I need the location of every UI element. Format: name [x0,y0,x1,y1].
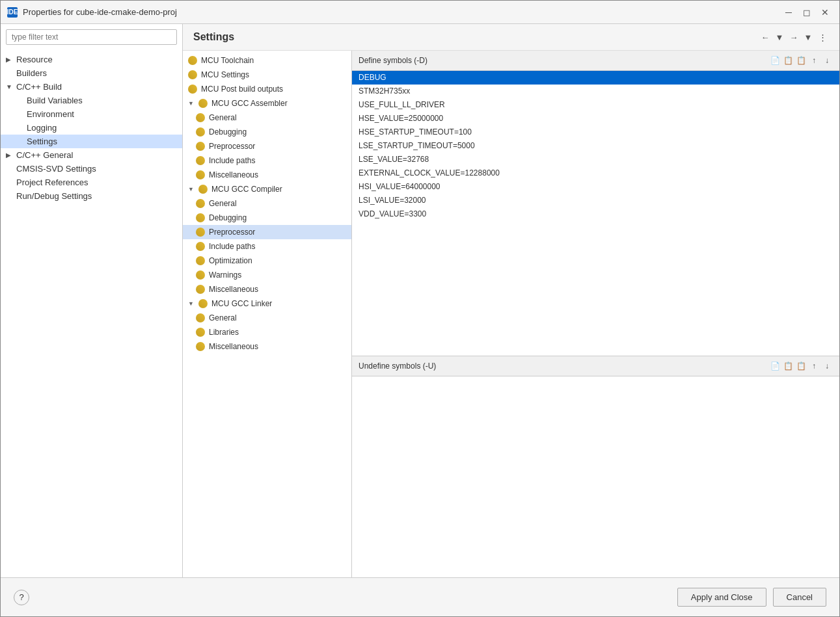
move-down-symbol-button[interactable]: ↓ [821,55,833,66]
nav-item-linker-libraries[interactable]: Libraries [183,325,351,339]
expand-arrow-resource: ▶ [6,56,14,63]
symbol-label: HSE_VALUE=25000000 [359,114,443,123]
sidebar-item-resource[interactable]: ▶ Resource [1,53,182,66]
nav-item-label: Miscellaneous [209,342,258,351]
symbol-item-lsi-value[interactable]: LSI_VALUE=32000 [352,194,839,207]
sidebar-item-logging[interactable]: ▶ Logging [1,121,182,135]
sidebar-item-run-debug[interactable]: ▶ Run/Debug Settings [1,189,182,203]
copy-undefine-button[interactable]: 📋 [795,360,807,372]
add-symbol-from-workspace-button[interactable]: 📋 [782,55,794,66]
symbol-item-use-full-ll-driver[interactable]: USE_FULL_LL_DRIVER [352,98,839,112]
nav-item-compiler-debugging[interactable]: Debugging [183,211,351,225]
nav-item-label: General [209,113,237,122]
back-dropdown-button[interactable]: ▼ [773,31,786,44]
header-toolbar: ← ▼ → ▼ ⋮ [759,31,829,44]
sidebar-item-cmsis-svd[interactable]: ▶ CMSIS-SVD Settings [1,162,182,176]
undefine-symbols-header: Undefine symbols (-U) 📄 📋 📋 ↑ ↓ [352,356,839,376]
add-undefine-button[interactable]: 📄 [769,360,781,372]
symbol-item-lse-startup[interactable]: LSE_STARTUP_TIMEOUT=5000 [352,139,839,153]
nav-item-assembler-debugging[interactable]: Debugging [183,125,351,139]
help-button[interactable]: ? [14,590,29,605]
sidebar-item-cpp-build[interactable]: ▼ C/C++ Build [1,80,182,94]
undefine-symbols-section: Undefine symbols (-U) 📄 📋 📋 ↑ ↓ [352,356,839,577]
nav-item-label: MCU GCC Linker [211,299,272,308]
sidebar-item-cpp-general[interactable]: ▶ C/C++ General [1,148,182,162]
sidebar-item-project-references[interactable]: ▶ Project References [1,176,182,189]
maximize-button[interactable]: ◻ [799,6,815,19]
nav-item-mcu-toolchain[interactable]: MCU Toolchain [183,53,351,68]
gear-icon [198,185,208,194]
nav-item-mcu-post-build[interactable]: MCU Post build outputs [183,82,351,96]
move-down-undefine-button[interactable]: ↓ [821,360,833,372]
forward-button[interactable]: → [787,31,800,44]
nav-item-assembler-preprocessor[interactable]: Preprocessor [183,139,351,153]
symbol-item-external-clock[interactable]: EXTERNAL_CLOCK_VALUE=12288000 [352,166,839,180]
nav-item-compiler-general[interactable]: General [183,196,351,211]
close-button[interactable]: ✕ [817,6,833,19]
sidebar-item-settings[interactable]: ▶ Settings [1,135,182,148]
sidebar-item-label: Builders [16,68,47,78]
apply-close-button[interactable]: Apply and Close [677,588,766,607]
sidebar-item-build-variables[interactable]: ▶ Build Variables [1,94,182,107]
symbol-label: LSI_VALUE=32000 [359,196,426,205]
gear-icon [196,256,205,265]
nav-item-linker-miscellaneous[interactable]: Miscellaneous [183,339,351,354]
sidebar-item-builders[interactable]: ▶ Builders [1,66,182,80]
nav-item-mcu-gcc-compiler[interactable]: ▼ MCU GCC Compiler [183,182,351,196]
nav-item-compiler-optimization[interactable]: Optimization [183,254,351,268]
symbol-label: LSE_STARTUP_TIMEOUT=5000 [359,141,475,150]
symbol-item-debug[interactable]: DEBUG [352,71,839,85]
move-up-symbol-button[interactable]: ↑ [808,55,820,66]
nav-item-mcu-gcc-assembler[interactable]: ▼ MCU GCC Assembler [183,96,351,111]
minimize-button[interactable]: ─ [781,6,796,19]
nav-item-compiler-include-paths[interactable]: Include paths [183,239,351,254]
nav-item-assembler-miscellaneous[interactable]: Miscellaneous [183,168,351,182]
nav-item-assembler-general[interactable]: General [183,111,351,125]
gear-icon [196,113,205,122]
symbol-item-lse-value[interactable]: LSE_VALUE=32768 [352,153,839,166]
gear-icon [198,99,208,108]
left-tree: ▶ Resource ▶ Builders ▼ C/C++ Build ▶ Bu… [1,50,182,577]
nav-item-compiler-warnings[interactable]: Warnings [183,268,351,282]
symbol-item-stm32h735xx[interactable]: STM32H735xx [352,85,839,98]
menu-button[interactable]: ⋮ [816,31,829,44]
nav-item-assembler-include-paths[interactable]: Include paths [183,153,351,168]
gear-icon [188,56,197,65]
expand-arrow-linker: ▼ [188,300,195,307]
nav-item-label: MCU GCC Assembler [211,99,288,108]
nav-item-compiler-miscellaneous[interactable]: Miscellaneous [183,282,351,296]
nav-panel: MCU Toolchain MCU Settings MCU Post buil… [183,51,352,577]
copy-symbol-button[interactable]: 📋 [795,55,807,66]
symbol-label: USE_FULL_LL_DRIVER [359,100,445,109]
gear-icon [196,285,205,294]
add-undefine-workspace-button[interactable]: 📋 [782,360,794,372]
symbol-item-hsi-value[interactable]: HSI_VALUE=64000000 [352,180,839,194]
symbol-label: HSE_STARTUP_TIMEOUT=100 [359,127,472,137]
symbol-label: LSE_VALUE=32768 [359,155,429,164]
nav-item-mcu-settings[interactable]: MCU Settings [183,68,351,82]
nav-item-compiler-preprocessor[interactable]: Preprocessor [183,225,351,239]
add-symbol-button[interactable]: 📄 [769,55,781,66]
back-button[interactable]: ← [759,31,772,44]
nav-item-linker-general[interactable]: General [183,311,351,325]
move-up-undefine-button[interactable]: ↑ [808,360,820,372]
main-content: ▶ Resource ▶ Builders ▼ C/C++ Build ▶ Bu… [1,24,839,577]
nav-item-label: MCU Post build outputs [201,85,283,94]
symbol-item-hse-value[interactable]: HSE_VALUE=25000000 [352,112,839,125]
gear-icon [188,85,197,94]
nav-item-label: Miscellaneous [209,170,258,179]
footer: ? Apply and Close Cancel [1,577,839,616]
define-symbols-toolbar: 📄 📋 📋 ↑ ↓ [769,55,833,66]
sidebar-item-environment[interactable]: ▶ Environment [1,107,182,121]
sidebar-item-label: Run/Debug Settings [16,191,92,201]
forward-dropdown-button[interactable]: ▼ [802,31,815,44]
gear-icon [196,156,205,165]
nav-item-label: MCU Settings [201,70,249,79]
symbol-item-hse-startup[interactable]: HSE_STARTUP_TIMEOUT=100 [352,125,839,139]
cancel-button[interactable]: Cancel [773,588,826,607]
symbol-item-vdd-value[interactable]: VDD_VALUE=3300 [352,207,839,221]
nav-item-label: Include paths [209,156,255,165]
nav-item-label: Optimization [209,256,252,265]
nav-item-mcu-gcc-linker[interactable]: ▼ MCU GCC Linker [183,296,351,311]
filter-input[interactable] [6,29,177,45]
